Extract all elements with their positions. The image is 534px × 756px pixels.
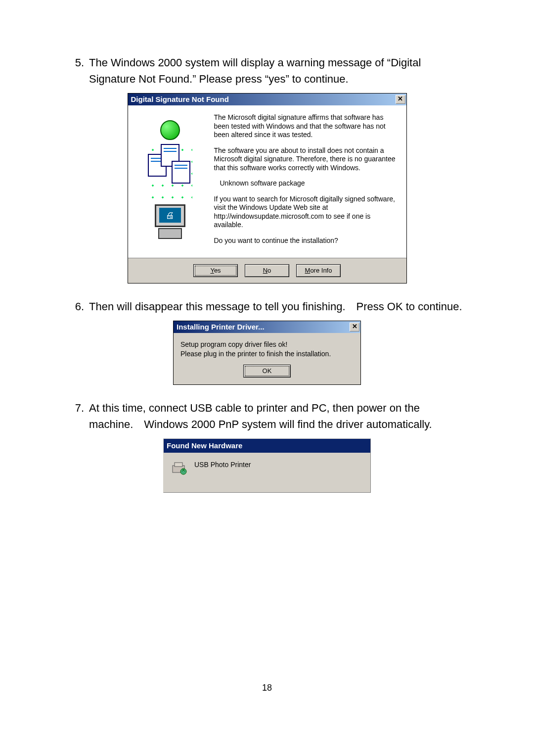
dialog-text: The Microsoft digital signature affirms …	[214, 113, 400, 140]
dialog-text: Unknown software package	[220, 179, 400, 188]
globe-icon	[160, 120, 180, 140]
dialog-text: Do you want to continue the installation…	[214, 236, 400, 245]
dialog-titlebar: Installing Printer Driver... ✕	[174, 321, 360, 333]
installing-driver-dialog: Installing Printer Driver... ✕ Setup pro…	[173, 321, 361, 385]
computer-icon: 🖨	[155, 204, 185, 239]
yes-button[interactable]: Yes	[193, 264, 238, 277]
close-icon[interactable]: ✕	[350, 323, 359, 331]
digital-signature-dialog: Digital Signature Not Found ✕	[128, 93, 407, 284]
step-number: 7.	[69, 400, 84, 432]
dialog-title: Digital Signature Not Found	[131, 94, 229, 105]
step-text: Then will disappear this message to tell…	[89, 298, 465, 315]
hardware-icon	[171, 460, 188, 477]
step-number: 6.	[69, 298, 84, 315]
dialog-text: Setup program copy driver files ok!	[180, 340, 354, 349]
dialog-title: Found New Hardware	[167, 441, 242, 450]
more-info-button[interactable]: More Info	[296, 264, 341, 277]
device-name: USB Photo Printer	[194, 460, 251, 470]
dialog-title: Installing Printer Driver...	[177, 322, 265, 333]
dialog-titlebar: Digital Signature Not Found ✕	[128, 94, 406, 105]
dialog-illustration: 🖨	[128, 105, 212, 258]
dialog-titlebar: Found New Hardware	[164, 439, 370, 453]
ok-button[interactable]: OK	[243, 365, 291, 378]
dialog-text: The software you are about to install do…	[214, 146, 400, 173]
svg-point-2	[180, 469, 186, 474]
svg-rect-1	[175, 463, 182, 467]
page-number: 18	[0, 683, 534, 693]
dialog-text: If you want to search for Microsoft digi…	[214, 195, 400, 230]
step-text: The Windows 2000 system will display a w…	[89, 54, 465, 87]
no-button[interactable]: No	[245, 264, 289, 277]
close-icon[interactable]: ✕	[396, 95, 405, 104]
step-number: 5.	[69, 54, 84, 87]
step-text: At this time, connect USB cable to print…	[89, 400, 465, 432]
dialog-text: Please plug in the printer to finish the…	[180, 349, 354, 359]
found-new-hardware-dialog: Found New Hardware USB Photo Printer	[163, 438, 371, 493]
document-icon	[172, 161, 190, 184]
